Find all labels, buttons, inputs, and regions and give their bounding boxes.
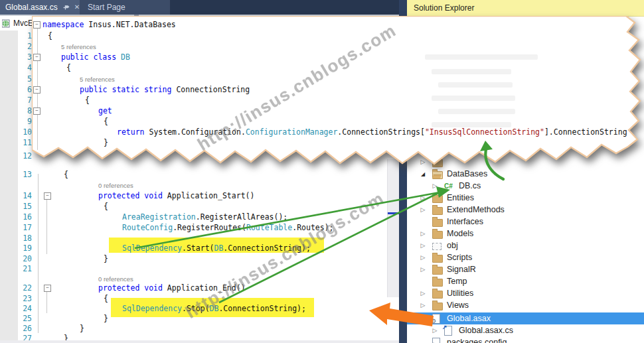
code-token: AreaRegistration xyxy=(122,212,196,222)
line-number: 23 xyxy=(17,294,32,303)
tab-start-page[interactable]: Start Page xyxy=(80,0,133,15)
csharp-file-icon: C# xyxy=(444,182,453,191)
tree-item-models[interactable]: ▷Models xyxy=(407,228,644,240)
expand-icon[interactable]: ▷ xyxy=(420,242,426,249)
tree-item-label: DataBases xyxy=(447,169,487,178)
tree-item-packages-config[interactable]: ⚙packages.config xyxy=(407,336,644,343)
tree-item-interfaces[interactable]: Interfaces xyxy=(407,216,644,228)
horizontal-scrollbar[interactable] xyxy=(0,340,399,343)
folder-icon xyxy=(432,207,443,215)
tree-item-views[interactable]: ▷Views xyxy=(407,299,644,311)
code-line[interactable]: } xyxy=(104,254,108,263)
code-line[interactable]: 0 references xyxy=(98,274,133,283)
tree-item-label: obj xyxy=(447,241,458,250)
code-token: Application_Start() xyxy=(167,191,255,200)
tree-item-entities[interactable]: ▷Entities xyxy=(407,192,644,204)
code-line[interactable]: RouteConfig.RegisterRoutes(RouteTable.Ro… xyxy=(122,223,334,232)
line-number: 2 xyxy=(17,42,32,51)
open-folder-icon xyxy=(432,171,443,179)
folder-icon xyxy=(432,159,443,167)
line-number: 11 xyxy=(17,138,32,147)
codelens-references[interactable]: 0 references xyxy=(98,182,133,189)
line-number: 19 xyxy=(17,243,32,253)
expand-icon[interactable]: ▷ xyxy=(420,206,426,213)
tree-item-scripts[interactable]: ▷Scripts xyxy=(407,251,644,263)
code-token: SqlDependency xyxy=(122,243,182,253)
line-number: 6 xyxy=(17,85,32,94)
code-line[interactable]: protected void Application_Start() xyxy=(98,191,254,200)
indicator-margin xyxy=(0,31,18,343)
line-number: 16 xyxy=(17,212,32,222)
code-token: RouteTable xyxy=(246,223,292,232)
config-file-icon: ⚙ xyxy=(432,338,440,343)
expand-icon[interactable]: ▷ xyxy=(420,254,426,261)
line-number: 21 xyxy=(17,264,32,273)
tab-global-asax-cs[interactable]: Global.asax.cs ✕ xyxy=(0,0,85,15)
folder-icon xyxy=(432,303,443,310)
close-icon[interactable]: ✕ xyxy=(74,4,80,11)
tree-item-utilities[interactable]: ▷Utilities xyxy=(407,287,644,299)
scrollbar-caret-marker xyxy=(388,212,399,214)
pin-icon[interactable] xyxy=(62,4,70,11)
collapse-icon[interactable]: ◢ xyxy=(420,316,426,322)
fold-toggle-icon[interactable]: − xyxy=(44,285,51,292)
fold-toggle-icon[interactable]: − xyxy=(44,192,51,200)
code-token: protected void xyxy=(98,283,167,293)
code-line[interactable]: 0 references xyxy=(98,180,133,190)
code-line[interactable]: } xyxy=(104,314,108,323)
code-token: .RegisterAllAreas(); xyxy=(196,212,287,222)
code-file-icon: ↗ xyxy=(444,326,452,336)
expand-icon[interactable]: ▷ xyxy=(432,327,438,334)
tree-item-signalr[interactable]: ▷SignalR xyxy=(407,263,644,275)
code-line[interactable]: { xyxy=(104,294,108,303)
tree-item-label: SignalR xyxy=(447,265,476,274)
expand-icon[interactable]: ▷ xyxy=(420,230,426,237)
indent-guide xyxy=(46,290,47,313)
line-number: 12 xyxy=(17,151,32,161)
tab-active-label: Global.asax.cs xyxy=(5,3,58,12)
code-line[interactable]: AreaRegistration.RegisterAllAreas(); xyxy=(122,212,287,222)
line-number: 24 xyxy=(17,304,32,313)
line-number: 20 xyxy=(17,254,32,263)
tree-item-databases[interactable]: ◢DataBases xyxy=(407,168,644,180)
tree-item-global-asax-cs[interactable]: ▷↗Global.asax.cs xyxy=(407,324,644,336)
vertical-scrollbar[interactable] xyxy=(387,159,400,297)
tree-item-label: Models xyxy=(447,229,473,238)
expand-icon[interactable]: ▷ xyxy=(420,266,426,273)
codelens-references[interactable]: 0 references xyxy=(98,275,133,283)
tree-item-label: Scripts xyxy=(447,253,472,262)
breadcrumb[interactable]: MvcE xyxy=(0,16,399,31)
code-token: DB xyxy=(214,243,223,253)
collapse-icon[interactable]: ◢ xyxy=(420,171,426,177)
code-token: .Start( xyxy=(182,243,214,253)
tree-item-global-asax[interactable]: ◢⚙Global.asax xyxy=(407,312,644,324)
folder-icon xyxy=(432,291,443,299)
tree-item-obj[interactable]: ▷obj xyxy=(407,240,644,251)
expand-icon[interactable]: ▷ xyxy=(420,159,426,165)
tree-item-temp[interactable]: Temp xyxy=(407,275,644,287)
tree-item-extendmethods[interactable]: ▷ExtendMethods xyxy=(407,204,644,216)
folder-icon xyxy=(432,231,443,239)
code-token: .RegisterRoutes( xyxy=(173,223,246,232)
code-line[interactable]: { xyxy=(64,170,68,179)
pane-separator[interactable] xyxy=(399,0,407,343)
line-number: 25 xyxy=(17,314,32,323)
expand-icon[interactable]: ▷ xyxy=(432,182,438,189)
expand-icon[interactable]: ▷ xyxy=(420,290,426,297)
code-token: { xyxy=(104,294,108,303)
tree-item[interactable]: ▷ xyxy=(407,156,644,168)
code-token: } xyxy=(80,324,84,333)
tree-item-db-cs[interactable]: ▷C#DB.cs xyxy=(407,180,644,192)
code-line[interactable]: } xyxy=(80,324,84,333)
obj-folder-icon xyxy=(432,243,442,250)
expand-icon[interactable]: ▷ xyxy=(420,302,426,309)
code-line[interactable]: { xyxy=(104,202,108,211)
tree-item-label: Global.asax xyxy=(447,314,491,323)
line-number: 13 xyxy=(17,170,32,179)
solution-explorer-header[interactable]: Solution Explorer xyxy=(407,0,644,17)
breadcrumb-project: MvcE xyxy=(13,19,33,28)
expand-icon[interactable]: ▷ xyxy=(420,194,426,201)
code-token: { xyxy=(64,170,68,179)
line-number: 10 xyxy=(17,127,32,137)
folder-icon xyxy=(432,279,443,287)
